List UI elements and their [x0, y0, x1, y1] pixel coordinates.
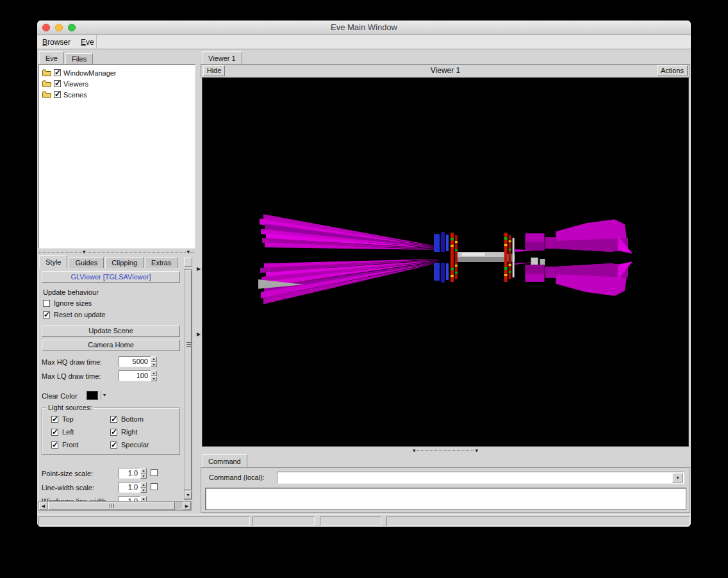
tree-item-viewers[interactable]: Viewers: [40, 78, 194, 89]
spin-down-icon[interactable]: ▾: [151, 376, 157, 382]
detector-geometry: [258, 214, 633, 304]
tab-guides[interactable]: Guides: [69, 257, 104, 268]
reset-on-update-checkbox[interactable]: [43, 311, 50, 318]
max-lq-spinner[interactable]: ▴ ▾: [151, 370, 157, 381]
spin-up-icon[interactable]: ▴: [140, 496, 147, 501]
spin-up-icon[interactable]: ▴: [140, 468, 147, 474]
spin-up-icon[interactable]: ▴: [151, 356, 157, 362]
point-size-spinner[interactable]: ▴ ▾: [140, 468, 147, 479]
left-horizontal-scrollbar[interactable]: ◀ ▶: [38, 501, 192, 511]
max-hq-spinner[interactable]: ▴ ▾: [151, 356, 157, 367]
spin-up-icon[interactable]: ▴: [140, 482, 147, 488]
light-sources-title: Light sources:: [46, 404, 94, 411]
left-horizontal-splitter[interactable]: ▾ ▾: [38, 249, 195, 254]
line-width-label: Line-width scale:: [42, 484, 94, 491]
clear-color-label: Clear Color: [42, 392, 78, 400]
status-segment: [320, 516, 381, 526]
spin-up-icon[interactable]: ▴: [151, 370, 157, 376]
command-output-area[interactable]: [205, 488, 686, 510]
tree-item-label: WindowManager: [63, 69, 117, 77]
splitter-expand-icon[interactable]: ▶: [196, 332, 201, 337]
ignore-sizes-row: Ignore sizes: [43, 299, 92, 308]
tab-style[interactable]: Style: [39, 255, 67, 268]
scrollbar-grip-icon: [110, 504, 115, 508]
line-width-spinner[interactable]: ▴ ▾: [140, 482, 147, 493]
viewer-header: Hide Viewer 1 Actions: [201, 64, 690, 78]
command-input-combo[interactable]: ▾: [277, 472, 684, 484]
light-right-checkbox[interactable]: [110, 429, 117, 436]
wireframe-entry[interactable]: 1.0: [119, 496, 140, 501]
tab-viewer-1[interactable]: Viewer 1: [202, 51, 242, 64]
splitter-dots: [38, 252, 82, 252]
spin-down-icon[interactable]: ▾: [140, 488, 147, 493]
tree-item-scenes[interactable]: Scenes: [40, 89, 194, 100]
point-size-entry[interactable]: 1.0: [119, 468, 140, 479]
scroll-right-button[interactable]: ▶: [183, 502, 191, 510]
hide-button[interactable]: Hide: [203, 65, 225, 76]
light-bottom-checkbox[interactable]: [110, 416, 117, 423]
tree-item-windowmanager[interactable]: WindowManager: [40, 67, 194, 78]
light-sources-group: Light sources: Top Bottom Left Right: [42, 408, 180, 455]
panel-vertical-splitter[interactable]: ▶ ▶: [196, 50, 201, 514]
tab-command[interactable]: Command: [202, 454, 247, 467]
max-hq-entry[interactable]: 5000: [119, 356, 151, 367]
splitter-dots: [417, 450, 475, 451]
line-width-entry[interactable]: 1.0: [119, 482, 140, 493]
scrollbar-grip-icon: [186, 342, 191, 347]
viewer-horizontal-splitter[interactable]: ▾ ▾: [201, 448, 690, 453]
scroll-left-button[interactable]: ◀: [39, 502, 47, 510]
light-top-checkbox[interactable]: [51, 416, 58, 423]
tab-extras[interactable]: Extras: [145, 257, 178, 268]
gl-viewport[interactable]: [202, 78, 689, 447]
window-title: Eve Main Window: [37, 21, 691, 35]
splitter-expand-icon[interactable]: ▶: [196, 267, 201, 272]
ignore-sizes-checkbox[interactable]: [43, 300, 50, 307]
menubar-divider: [96, 35, 97, 49]
update-scene-button[interactable]: Update Scene: [42, 326, 180, 337]
actions-button[interactable]: Actions: [657, 65, 688, 76]
tab-files[interactable]: Files: [65, 53, 93, 64]
splitter-collapse-icon[interactable]: ▾: [474, 448, 479, 453]
scrollbar-thumb[interactable]: [48, 502, 175, 510]
wireframe-spinner[interactable]: ▴ ▾: [140, 496, 147, 501]
menu-eve[interactable]: Eve: [81, 38, 94, 47]
clear-color-swatch[interactable]: [87, 391, 98, 400]
minimize-window-button[interactable]: [55, 24, 63, 31]
line-width-checkbox[interactable]: [151, 483, 158, 490]
splitter-dots: [190, 252, 195, 252]
glviewer-link[interactable]: GLViewer [TGLSAViewer]: [42, 271, 180, 283]
light-front-row: Front: [51, 440, 79, 449]
spin-down-icon[interactable]: ▾: [151, 362, 157, 368]
light-top-label: Top: [62, 415, 74, 423]
close-window-button[interactable]: [42, 24, 50, 31]
status-segment: [252, 516, 315, 526]
light-specular-checkbox[interactable]: [110, 442, 117, 449]
max-lq-entry[interactable]: 100: [119, 370, 151, 381]
zoom-window-button[interactable]: [68, 24, 76, 31]
point-size-checkbox[interactable]: [151, 469, 158, 476]
scroll-down-button[interactable]: ▼: [185, 491, 192, 499]
point-size-label: Point-size scale:: [42, 470, 93, 477]
clear-color-dropdown-icon[interactable]: ▾: [101, 391, 106, 400]
light-specular-row: Specular: [110, 440, 149, 449]
light-left-checkbox[interactable]: [51, 429, 58, 436]
combo-dropdown-icon[interactable]: ▾: [672, 473, 683, 483]
light-right-row: Right: [110, 427, 138, 436]
tab-scroll-button[interactable]: [184, 258, 192, 267]
tree-item-checkbox[interactable]: [54, 80, 61, 87]
folder-icon: [42, 91, 51, 98]
tab-eve[interactable]: Eve: [39, 51, 64, 64]
eve-main-window: Eve Main Window Browser Eve Eve Files Wi…: [37, 21, 691, 527]
window-titlebar[interactable]: Eve Main Window: [37, 21, 691, 35]
menu-browser[interactable]: Browser: [42, 38, 70, 47]
camera-home-button[interactable]: Camera Home: [42, 340, 180, 351]
tab-clipping[interactable]: Clipping: [105, 257, 144, 268]
eve-scene-tree: WindowManager Viewers Scenes: [38, 64, 195, 249]
tree-item-checkbox[interactable]: [54, 91, 61, 98]
tree-item-checkbox[interactable]: [54, 69, 61, 76]
status-segment: [386, 516, 690, 526]
style-vertical-scrollbar[interactable]: ▼: [184, 269, 192, 500]
scrollbar-thumb[interactable]: [185, 270, 192, 490]
light-front-checkbox[interactable]: [51, 442, 58, 449]
spin-down-icon[interactable]: ▾: [140, 474, 147, 479]
